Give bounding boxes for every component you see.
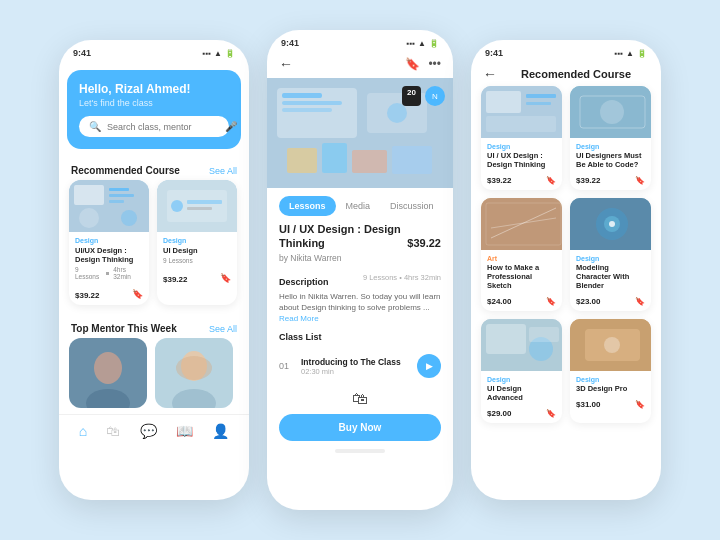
svg-point-36: [600, 100, 624, 124]
grid-tag-3: Art: [487, 255, 556, 262]
right-page-title: Recomended Course: [503, 68, 649, 80]
course-card-body-1: Design UI/UX Design : Design Thinking 9 …: [69, 232, 149, 285]
course-card-2[interactable]: Design UI Design 9 Lessons $39.22 🔖: [157, 180, 237, 305]
svg-point-13: [94, 352, 122, 384]
mentor-card-2[interactable]: [155, 338, 233, 408]
grid-title-1: UI / UX Design : Design Thinking: [487, 151, 556, 169]
play-button[interactable]: ▶: [417, 354, 441, 378]
svg-rect-1: [74, 185, 104, 205]
svg-rect-23: [282, 108, 332, 112]
badge-count: 20: [402, 86, 421, 106]
nav-book-icon[interactable]: 📖: [176, 423, 193, 439]
right-phone: 9:41 ▪▪▪ ▲ 🔋 ← Recomended Course Desi: [471, 40, 661, 500]
search-icon: 🔍: [89, 121, 101, 132]
hero-image: 20 N: [267, 78, 453, 188]
bookmark-icon-2[interactable]: 🔖: [220, 273, 231, 283]
mentor-cards: [59, 338, 249, 408]
course-tag-2: Design: [163, 237, 231, 244]
course-card-body-2: Design UI Design 9 Lessons: [157, 232, 237, 269]
grid-bookmark-6[interactable]: 🔖: [635, 400, 645, 409]
back-button[interactable]: ←: [279, 56, 293, 72]
tab-lessons[interactable]: Lessons: [279, 196, 336, 216]
grid-footer-5: $29.00 🔖: [481, 407, 562, 423]
nav-profile-icon[interactable]: 👤: [212, 423, 229, 439]
grid-title-2: UI Designers Must Be Able to Code?: [576, 151, 645, 169]
search-input[interactable]: [107, 122, 219, 132]
grid-card-img-6: [570, 319, 651, 371]
grid-bookmark-5[interactable]: 🔖: [546, 409, 556, 418]
mentor-title: Top Mentor This Week: [71, 323, 177, 334]
mentor-card-1[interactable]: [69, 338, 147, 408]
grid-card-body-2: Design UI Designers Must Be Able to Code…: [570, 138, 651, 174]
svg-rect-34: [486, 116, 556, 132]
center-phone: 9:41 ▪▪▪ ▲ 🔋 ← 🔖 ••• 20 N: [267, 30, 453, 510]
status-bar-right: 9:41 ▪▪▪ ▲ 🔋: [471, 40, 661, 62]
class-list-title: Class List: [279, 332, 441, 342]
course-card-img-1: [69, 180, 149, 232]
bag-icon: 🛍: [352, 390, 368, 408]
nav-home-icon[interactable]: ⌂: [79, 423, 87, 439]
grid-bookmark-3[interactable]: 🔖: [546, 297, 556, 306]
grid-tag-1: Design: [487, 143, 556, 150]
course-card-1[interactable]: Design UI/UX Design : Design Thinking 9 …: [69, 180, 149, 305]
status-icons-left: ▪▪▪ ▲ 🔋: [203, 49, 235, 58]
grid-bookmark-4[interactable]: 🔖: [635, 297, 645, 306]
recommended-header: Recommended Course See All: [59, 157, 249, 180]
course-footer-2: $39.22 🔖: [157, 269, 237, 289]
grid-tag-6: Design: [576, 376, 645, 383]
tab-media[interactable]: Media: [336, 196, 381, 216]
left-phone: 9:41 ▪▪▪ ▲ 🔋 Hello, Rizal Ahmed! Let's f…: [59, 40, 249, 500]
bookmark-top-icon[interactable]: 🔖: [405, 57, 420, 71]
svg-rect-49: [529, 327, 559, 342]
see-all-recommended[interactable]: See All: [209, 166, 237, 176]
grid-card-img-4: [570, 198, 651, 250]
class-duration: 02:30 min: [301, 367, 409, 376]
grid-card-3[interactable]: Art How to Make a Professional Sketch $2…: [481, 198, 562, 311]
bookmark-icon-1[interactable]: 🔖: [132, 289, 143, 299]
grid-card-body-5: Design UI Design Advanced: [481, 371, 562, 407]
search-bar[interactable]: 🔍 🎤: [79, 116, 229, 137]
buy-now-button[interactable]: Buy Now: [279, 414, 441, 441]
svg-rect-28: [352, 150, 387, 173]
grid-card-6[interactable]: Design 3D Design Pro $31.00 🔖: [570, 319, 651, 423]
grid-price-2: $39.22: [576, 176, 600, 185]
class-info: Introducing to The Class 02:30 min: [301, 357, 409, 376]
course-title-2: UI Design: [163, 246, 231, 255]
svg-rect-2: [109, 188, 129, 191]
see-all-mentor[interactable]: See All: [209, 324, 237, 334]
recommended-title: Recommended Course: [71, 165, 180, 176]
svg-rect-27: [322, 143, 347, 173]
mentor-img-2: [155, 338, 233, 408]
tab-discussion[interactable]: Discussion: [380, 196, 444, 216]
grid-bookmark-2[interactable]: 🔖: [635, 176, 645, 185]
grid-card-img-2: [570, 86, 651, 138]
course-card-img-2: [157, 180, 237, 232]
grid-price-1: $39.22: [487, 176, 511, 185]
svg-rect-11: [187, 207, 212, 210]
svg-point-45: [609, 221, 615, 227]
grid-tag-4: Design: [576, 255, 645, 262]
tabs: Lessons Media Discussion: [267, 188, 453, 222]
read-more-link[interactable]: Read More: [279, 314, 319, 323]
grid-card-4[interactable]: Design Modeling Character With Blender $…: [570, 198, 651, 311]
nav-shop-icon[interactable]: 🛍: [106, 423, 120, 439]
grid-card-img-5: [481, 319, 562, 371]
grid-footer-2: $39.22 🔖: [570, 174, 651, 190]
back-button-right[interactable]: ←: [483, 66, 497, 82]
svg-rect-21: [282, 93, 322, 98]
more-icon[interactable]: •••: [428, 57, 441, 71]
grid-bookmark-1[interactable]: 🔖: [546, 176, 556, 185]
grid-card-1[interactable]: Design UI / UX Design : Design Thinking …: [481, 86, 562, 190]
grid-card-5[interactable]: Design UI Design Advanced $29.00 🔖: [481, 319, 562, 423]
nav-chat-icon[interactable]: 💬: [140, 423, 157, 439]
course-cards: Design UI/UX Design : Design Thinking 9 …: [59, 180, 249, 305]
description-label: Description: [279, 277, 329, 287]
grid-tag-5: Design: [487, 376, 556, 383]
grid-card-body-6: Design 3D Design Pro: [570, 371, 651, 398]
status-bar-center: 9:41 ▪▪▪ ▲ 🔋: [267, 30, 453, 52]
grid-card-2[interactable]: Design UI Designers Must Be Able to Code…: [570, 86, 651, 190]
course-title-1: UI/UX Design : Design Thinking: [75, 246, 143, 264]
course-footer-1: $39.22 🔖: [69, 285, 149, 305]
grid-card-body-4: Design Modeling Character With Blender: [570, 250, 651, 295]
class-name: Introducing to The Class: [301, 357, 409, 367]
